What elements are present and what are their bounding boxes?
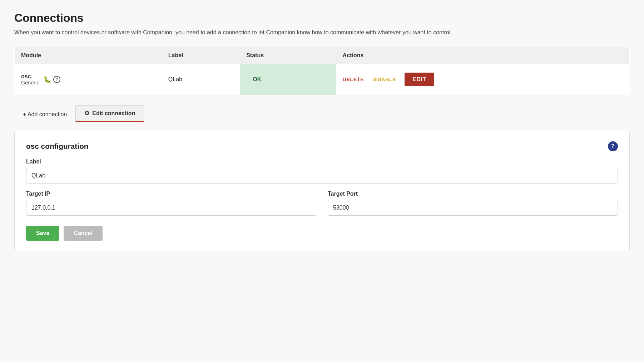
status-cell: OK <box>240 64 336 95</box>
delete-button[interactable]: DELETE <box>343 77 364 82</box>
gear-icon: ⚙ <box>84 110 89 117</box>
ip-port-row: Target IP Target Port <box>26 191 618 223</box>
status-value: OK <box>246 69 330 90</box>
disable-button[interactable]: DISABLE <box>372 77 396 82</box>
bug-icon: 🐛 <box>43 76 51 83</box>
form-actions: Save Cancel <box>26 226 618 241</box>
target-port-group: Target Port <box>328 191 618 216</box>
connections-table: Module Label Status Actions osc Generic … <box>14 47 630 95</box>
config-header: osc configuration ? <box>26 141 618 151</box>
page-description: When you want to control devices or soft… <box>14 28 630 37</box>
module-cell: osc Generic 🐛 ? <box>15 64 162 95</box>
label-cell: QLab <box>162 64 240 95</box>
tab-edit-connection[interactable]: ⚙ Edit connection <box>75 105 144 122</box>
actions-cell: DELETE DISABLE EDIT <box>336 64 630 95</box>
tab-divider <box>14 122 630 122</box>
tab-add-connection[interactable]: + Add connection <box>14 107 75 122</box>
module-type: Generic <box>21 80 39 85</box>
target-port-label: Target Port <box>328 191 618 197</box>
col-header-status: Status <box>240 47 336 64</box>
col-header-label: Label <box>162 47 240 64</box>
label-input[interactable] <box>26 168 618 184</box>
help-circle-icon: ? <box>53 76 60 83</box>
col-header-actions: Actions <box>336 47 630 64</box>
table-row: osc Generic 🐛 ? QLab OK DELETE <box>15 64 630 95</box>
config-title: osc configuration <box>26 142 88 151</box>
label-field-label: Label <box>26 158 618 165</box>
edit-button[interactable]: EDIT <box>405 73 434 86</box>
label-group: Label <box>26 158 618 184</box>
help-icon[interactable]: ? <box>608 141 618 151</box>
target-ip-input[interactable] <box>26 200 316 216</box>
col-header-module: Module <box>15 47 162 64</box>
page-title: Connections <box>14 11 630 25</box>
page-container: Connections When you want to control dev… <box>0 0 644 263</box>
target-ip-label: Target IP <box>26 191 316 197</box>
cancel-button[interactable]: Cancel <box>64 226 102 241</box>
config-section: osc configuration ? Label Target IP Targ… <box>14 131 630 251</box>
module-name: osc <box>21 73 39 80</box>
table-header-row: Module Label Status Actions <box>15 47 630 64</box>
tabs-container: + Add connection ⚙ Edit connection <box>14 105 630 122</box>
target-ip-group: Target IP <box>26 191 316 216</box>
save-button[interactable]: Save <box>26 226 59 241</box>
target-port-input[interactable] <box>328 200 618 216</box>
